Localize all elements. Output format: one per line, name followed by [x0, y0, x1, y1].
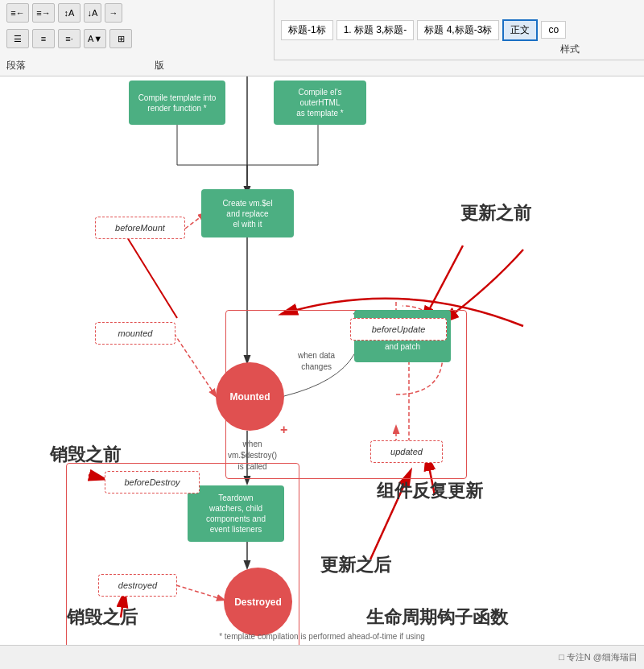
style-area: 标题-1标 1. 标题 3,标题- 标题 4,标题-3标 正文 co 样式: [274, 0, 644, 60]
svg-line-7: [174, 333, 216, 396]
list2-btn[interactable]: ≡: [32, 29, 55, 48]
diagram-note: * template compilation is performed ahea…: [219, 632, 425, 641]
format-label: 版: [155, 59, 164, 72]
main-content: Compile template into render function * …: [0, 76, 644, 645]
sort3-btn[interactable]: →: [105, 3, 122, 23]
mounted-circle: Mounted: [216, 362, 284, 431]
color-btn[interactable]: A▼: [84, 29, 106, 48]
before-destroy-box: beforeDestroy: [105, 471, 200, 493]
style-section-label: 样式: [560, 43, 580, 56]
destroyed-box: destroyed: [98, 574, 177, 597]
style-tab-body[interactable]: 正文: [502, 19, 538, 41]
when-data-changes-label: when datachanges: [298, 350, 335, 373]
before-update-annotation: 更新之前: [460, 201, 531, 225]
destroyed-circle: Destroyed: [224, 568, 292, 636]
indent-left-btn[interactable]: ≡←: [6, 3, 29, 23]
style-tab-heading4[interactable]: 标题 4,标题-3标: [417, 20, 499, 40]
indent-right-btn[interactable]: ≡→: [32, 3, 55, 23]
paragraph-label: 段落: [6, 59, 26, 72]
lifecycle-hooks-annotation: 生命周期钩子函数: [366, 605, 508, 630]
list3-btn[interactable]: ≡·: [58, 29, 80, 48]
after-destroy-annotation: 销毁之后: [67, 605, 138, 630]
before-destroy-annotation: 销毁之前: [50, 443, 121, 467]
teardown-box: Teardownwatchers, childcomponents andeve…: [188, 485, 284, 542]
updated-box: updated: [370, 440, 443, 463]
toolbar: ≡← ≡→ ↕A ↓A → ☰ ≡ ≡· A▼ ⊞ 段落 版 标题-1标 1. …: [0, 0, 644, 76]
style-tab-co[interactable]: co: [541, 21, 566, 39]
toolbar-labels: 段落 版: [6, 59, 164, 72]
before-mount-box: beforeMount: [95, 217, 185, 239]
compile-template-box: Compile template into render function *: [129, 81, 225, 125]
style-tab-heading1[interactable]: 标题-1标: [281, 20, 333, 40]
border-btn[interactable]: ⊞: [109, 29, 132, 48]
mounted-box: mounted: [95, 322, 175, 345]
after-update-annotation: 更新之后: [320, 553, 391, 577]
plus-sign: +: [280, 423, 287, 437]
bottom-bar: □ 专注N @细海瑞目: [0, 645, 644, 669]
svg-line-22: [125, 233, 177, 318]
diagram: Compile template into render function * …: [0, 76, 644, 645]
when-vm-destroy-label: whenvm.$destroy()is called: [228, 439, 277, 473]
sort2-btn[interactable]: ↓A: [84, 3, 101, 23]
update-repeat-annotation: 组件反复更新: [377, 479, 483, 503]
compile-outer-box: Compile el'souterHTMLas template *: [274, 81, 366, 125]
before-update-box: beforeUpdate: [350, 318, 447, 341]
watermark-text: □ 专注N @细海瑞目: [559, 651, 638, 663]
toolbar-row2: ☰ ≡ ≡· A▼ ⊞: [6, 29, 132, 48]
create-vm-box: Create vm.$eland replaceel with it: [201, 189, 294, 237]
style-tab-heading3[interactable]: 1. 标题 3,标题-: [336, 20, 415, 40]
list-btn[interactable]: ☰: [6, 29, 29, 48]
toolbar-row1: ≡← ≡→ ↕A ↓A →: [6, 3, 122, 23]
sort-btn[interactable]: ↕A: [58, 3, 80, 23]
